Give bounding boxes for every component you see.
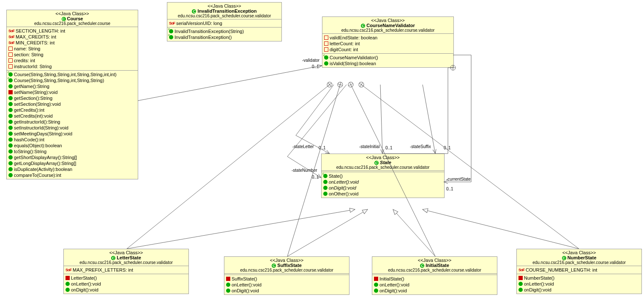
operations: State()onLetter():voidonDigit():voidonOt… [322, 172, 444, 198]
class-initial: <<Java Class>>C InitialStateedu.ncsu.csc… [372, 256, 497, 295]
class-name: NumberState [568, 255, 596, 260]
member-row: onLetter():void [374, 282, 495, 288]
visibility-icon [8, 149, 13, 154]
member-text: Course(String,String,String,int,String,S… [14, 72, 117, 77]
visibility-icon [323, 186, 327, 190]
visibility-icon [8, 120, 13, 124]
visibility-icon [8, 90, 13, 94]
member-text: getSection():String [14, 96, 52, 101]
member-text: InvalidTransitionException(String) [175, 29, 244, 34]
member-text: onLetter():void [524, 281, 554, 286]
class-icon: C [562, 256, 566, 260]
member-text: onLetter():void [71, 281, 101, 286]
operations: LetterState()onLetter():voidonDigit():vo… [64, 274, 188, 294]
label-stateSuffix: -stateSuffix [410, 144, 431, 149]
member-row: onDigit():void [323, 185, 442, 191]
visibility-icon [324, 47, 328, 52]
member-text: setInstructorId(String):void [14, 125, 68, 130]
label-m01: 0..1 [312, 175, 319, 179]
class-name: Course [67, 16, 83, 21]
class-icon: C [361, 24, 365, 28]
visibility-icon: SoF [65, 268, 71, 272]
visibility-icon [226, 277, 230, 281]
member-text: getShortDisplayArray():String[] [14, 155, 77, 160]
visibility-icon [169, 35, 173, 39]
stereotype: <<Java Class>> [374, 258, 495, 263]
attributes: SoFserialVersionUID: long [167, 19, 281, 28]
visibility-icon [226, 289, 230, 293]
member-text: equals(Object):boolean [14, 143, 62, 148]
visibility-icon [8, 161, 13, 165]
member-row: equals(Object):boolean [8, 143, 136, 148]
member-text: InvalidTransitionException() [175, 35, 232, 40]
package: edu.ncsu.csc216.pack_scheduler.course.va… [323, 165, 442, 170]
visibility-icon [518, 276, 523, 280]
member-row: toString():String [8, 148, 136, 154]
member-text: setSection(String):void [14, 102, 61, 107]
attributes: validEndState: booleanletterCount: intdi… [322, 34, 453, 54]
member-text: onLetter():void [379, 282, 409, 287]
member-row: setMeetingDays(String):void [8, 131, 136, 137]
visibility-icon [518, 282, 523, 286]
member-row: Course(String,String,String,int,String,S… [8, 77, 136, 83]
member-text: serialVersionUID: long [176, 21, 222, 26]
member-text: hashCode():int [14, 137, 44, 142]
member-row: getShortDisplayArray():String[] [8, 154, 136, 160]
member-row: getInstructorId():String [8, 119, 136, 125]
member-row: setCredits(int):void [8, 113, 136, 119]
member-text: getName():String [14, 84, 49, 89]
member-text: InitialState() [379, 276, 404, 281]
label-m01: 0..1 [312, 64, 319, 69]
member-row: SoFMIN_CREDITS: int [8, 40, 136, 46]
member-row: letterCount: int [324, 41, 452, 47]
visibility-icon: SoF [8, 29, 14, 33]
member-text: onOther():void [329, 191, 358, 196]
member-row: isDuplicate(Activity):boolean [8, 166, 136, 172]
stereotype: <<Java Class>> [65, 250, 187, 255]
operations: InvalidTransitionException(String)Invali… [167, 28, 281, 41]
class-name: InitialState [426, 263, 449, 268]
visibility-icon [324, 36, 328, 40]
member-row: Course(String,String,String,int,String,S… [8, 72, 136, 77]
visibility-icon [374, 277, 378, 281]
member-text: NumberState() [524, 275, 554, 280]
class-icon: C [420, 264, 424, 268]
member-row: SoFCOURSE_NUMBER_LENGTH: int [518, 267, 640, 273]
label-m01: 0..1 [446, 187, 453, 191]
label-stateInitial: -stateInitial [359, 144, 379, 149]
operations: SuffixState()onLetter():voidonDigit():vo… [224, 275, 349, 294]
visibility-icon [323, 180, 327, 184]
class-state: <<Java Class>>C Stateedu.ncsu.csc216.pac… [321, 154, 445, 198]
member-row: NumberState() [518, 275, 640, 281]
member-row: onDigit():void [518, 287, 640, 293]
member-row: getSection():String [8, 95, 136, 101]
visibility-icon [324, 41, 328, 46]
visibility-icon: SoF [169, 21, 175, 25]
member-row: getCredits():int [8, 107, 136, 113]
member-text: getCredits():int [14, 107, 44, 113]
visibility-icon [65, 282, 70, 286]
member-row: InvalidTransitionException(String) [169, 28, 280, 34]
operations: NumberState()onLetter():voidonDigit():vo… [517, 274, 641, 294]
class-suffix: <<Java Class>>C SuffixStateedu.ncsu.csc2… [224, 256, 349, 295]
label-stateLetter: -stateLetter [292, 144, 314, 149]
package: edu.ncsu.csc216.pack_scheduler.course.va… [518, 260, 640, 265]
member-row: section: String [8, 52, 136, 58]
class-icon: C [111, 256, 115, 260]
visibility-icon [8, 64, 13, 69]
member-row: name: String [8, 46, 136, 52]
visibility-icon [65, 276, 70, 280]
member-row: instructorId: String [8, 63, 136, 69]
label-m01: 0..1 [385, 146, 393, 150]
member-text: getInstructorId():String [14, 119, 60, 124]
member-text: Course(String,String,String,int,String,S… [14, 78, 104, 83]
member-row: InitialState() [374, 276, 495, 282]
member-text: SECTION_LENGTH: int [16, 28, 65, 33]
visibility-icon: SoF [8, 41, 14, 45]
member-row: hashCode():int [8, 137, 136, 143]
package: edu.ncsu.csc216.pack_scheduler.course.va… [226, 268, 347, 272]
member-text: setName(String):void [14, 90, 57, 95]
member-row: onLetter():void [323, 179, 442, 185]
stereotype: <<Java Class>> [324, 18, 452, 23]
member-row: State() [323, 173, 442, 179]
